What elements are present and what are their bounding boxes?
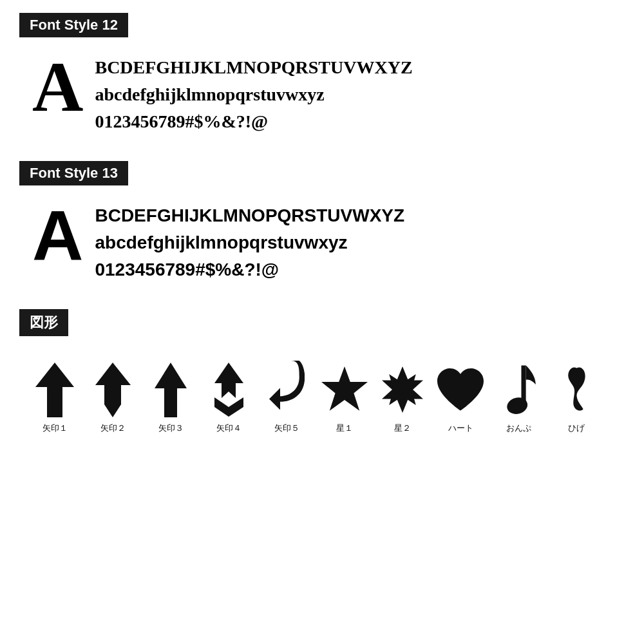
arrow2-icon [87, 361, 138, 419]
arrow5-label: 矢印５ [274, 422, 299, 434]
svg-marker-2 [155, 363, 187, 417]
svg-marker-0 [35, 363, 74, 417]
shapes-section: 図形 矢印１ 矢印２ [19, 309, 625, 434]
font-style-12-big-letter: A [32, 52, 83, 122]
font-style-13-section: Font Style 13 A BCDEFGHIJKLMNOPQRSTUVWXY… [19, 161, 625, 283]
font-style-12-section: Font Style 12 A BCDEFGHIJKLMNOPQRSTUVWXY… [19, 13, 625, 135]
shape-star2: 星２ [374, 361, 431, 434]
shape-arrow1: 矢印１ [26, 361, 84, 434]
arrow3-label: 矢印３ [158, 422, 184, 434]
arrow4-label: 矢印４ [216, 422, 242, 434]
arrow3-icon [145, 361, 196, 419]
font-style-12-line-2: abcdefghijklmnopqrstuvwxyz [95, 81, 412, 108]
svg-marker-1 [95, 363, 131, 417]
shape-music: おんぷ [489, 361, 547, 434]
shapes-grid: 矢印１ 矢印２ 矢印３ [19, 361, 625, 434]
shape-arrow4: 矢印４ [200, 361, 258, 434]
svg-marker-5 [321, 366, 368, 411]
svg-rect-8 [521, 365, 526, 402]
star2-icon [377, 361, 428, 419]
font-style-12-chars: BCDEFGHIJKLMNOPQRSTUVWXYZ abcdefghijklmn… [95, 49, 412, 135]
font-style-13-demo: A BCDEFGHIJKLMNOPQRSTUVWXYZ abcdefghijkl… [19, 197, 625, 283]
star1-icon [319, 361, 370, 419]
shape-arrow3: 矢印３ [142, 361, 200, 434]
heart-icon [435, 361, 486, 419]
star1-label: 星１ [336, 422, 353, 434]
font-style-13-line-1: BCDEFGHIJKLMNOPQRSTUVWXYZ [95, 202, 404, 229]
shape-star1: 星１ [316, 361, 374, 434]
arrow1-label: 矢印１ [43, 422, 68, 434]
music-icon [493, 361, 544, 419]
font-style-13-line-3: 0123456789#$%&?!@ [95, 256, 404, 283]
font-style-12-header: Font Style 12 [19, 13, 128, 37]
font-style-12-demo: A BCDEFGHIJKLMNOPQRSTUVWXYZ abcdefghijkl… [19, 49, 625, 135]
svg-marker-3 [214, 363, 243, 398]
page: Font Style 12 A BCDEFGHIJKLMNOPQRSTUVWXY… [0, 0, 644, 466]
shape-arrow2: 矢印２ [84, 361, 142, 434]
font-style-13-big-letter: A [32, 200, 83, 270]
arrow4-icon [203, 361, 254, 419]
star2-label: 星２ [394, 422, 411, 434]
arrow1-icon [29, 361, 80, 419]
svg-marker-4 [214, 397, 243, 417]
font-style-12-line-1: BCDEFGHIJKLMNOPQRSTUVWXYZ [95, 54, 412, 81]
arrow2-label: 矢印２ [100, 422, 126, 434]
mustache-label: ひげ [568, 422, 585, 434]
shapes-header: 図形 [19, 309, 68, 336]
heart-label: ハート [448, 422, 473, 434]
font-style-12-line-3: 0123456789#$%&?!@ [95, 108, 412, 135]
mustache-icon [551, 361, 602, 419]
font-style-13-header: Font Style 13 [19, 161, 128, 185]
font-style-13-chars: BCDEFGHIJKLMNOPQRSTUVWXYZ abcdefghijklmn… [95, 197, 404, 283]
music-label: おんぷ [506, 422, 531, 434]
shape-mustache: ひげ [547, 361, 605, 434]
arrow5-icon [261, 361, 312, 419]
shape-arrow5: 矢印５ [258, 361, 316, 434]
font-style-13-line-2: abcdefghijklmnopqrstuvwxyz [95, 229, 404, 256]
shape-heart: ハート [431, 361, 489, 434]
